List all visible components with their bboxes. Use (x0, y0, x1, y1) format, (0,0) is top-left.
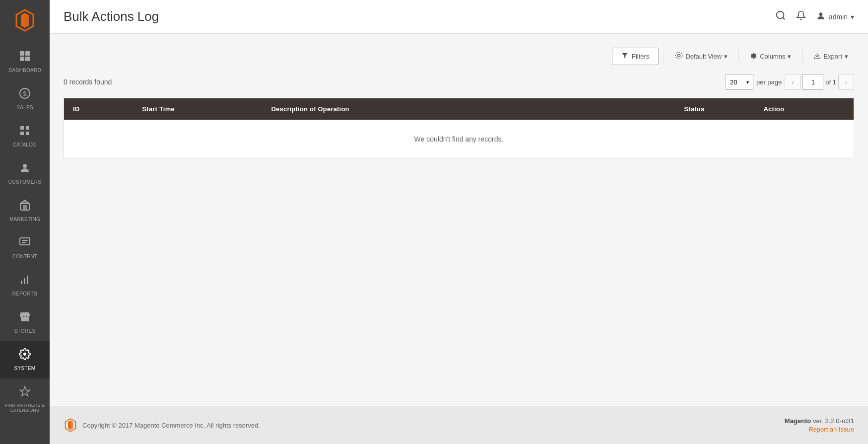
svg-marker-25 (68, 421, 70, 430)
column-start-time: Start Time (134, 98, 263, 120)
svg-point-19 (819, 12, 823, 16)
svg-text:$: $ (23, 90, 27, 97)
default-view-button[interactable]: Default View ▾ (669, 48, 734, 65)
report-issue-link[interactable]: Report an Issue (785, 426, 854, 433)
svg-marker-2 (25, 13, 29, 28)
sidebar-item-stores-label: STORES (14, 328, 36, 334)
stores-icon (19, 311, 31, 326)
sidebar-item-marketing[interactable]: MARKETING (0, 192, 50, 229)
next-page-button[interactable]: › (838, 74, 854, 90)
sidebar-item-sales[interactable]: $ SALES (0, 80, 50, 118)
filters-button[interactable]: Filters (612, 48, 659, 65)
next-icon: › (845, 78, 847, 86)
prev-icon: ‹ (792, 78, 794, 86)
find-partners-icon (19, 385, 31, 400)
page-header: Bulk Actions Log admin ▾ (50, 0, 868, 34)
columns-dropdown-icon: ▾ (788, 53, 791, 60)
view-icon (675, 52, 683, 61)
catalog-icon (19, 125, 31, 140)
sidebar-item-marketing-label: MARKETING (9, 217, 40, 222)
page-input[interactable] (802, 74, 823, 90)
main-area: Bulk Actions Log admin ▾ (50, 0, 868, 444)
svg-rect-11 (20, 238, 30, 245)
search-icon[interactable] (775, 10, 786, 23)
svg-rect-16 (27, 276, 28, 284)
user-dropdown-icon: ▾ (851, 13, 854, 21)
sidebar-item-customers[interactable]: CUSTOMERS (0, 155, 50, 192)
page-of-label: of 1 (825, 78, 836, 86)
per-page-select: 20 ▾ per page (726, 74, 782, 90)
sidebar: DASHBOARD $ SALES CATALOG CUSTOMERS MARK… (0, 0, 50, 444)
prev-page-button[interactable]: ‹ (785, 74, 801, 90)
toolbar-separator (664, 51, 664, 63)
export-dropdown-icon: ▾ (845, 53, 848, 60)
footer-version: Magento ver. 2.2.0-rc31 Report an Issue (785, 417, 854, 433)
export-button[interactable]: Export ▾ (807, 49, 854, 65)
records-bar: 0 records found 20 ▾ per page ‹ of (64, 74, 854, 90)
columns-label: Columns (760, 53, 785, 60)
sidebar-item-content-label: CONTENT (12, 254, 37, 260)
sidebar-item-dashboard[interactable]: DASHBOARD (0, 43, 50, 80)
svg-point-9 (23, 164, 27, 168)
svg-rect-4 (25, 51, 30, 56)
svg-line-18 (783, 17, 785, 19)
svg-point-21 (676, 52, 682, 59)
per-page-input[interactable]: 20 ▾ (726, 74, 753, 90)
table-header: ID Start Time Description of Operation S… (64, 98, 854, 120)
column-action: Action (755, 98, 854, 120)
footer-logo-icon (64, 418, 77, 432)
toolbar: Filters Default View ▾ Columns ▾ (64, 48, 854, 65)
sidebar-logo (0, 0, 50, 41)
column-description: Description of Operation (263, 98, 675, 120)
user-name: admin (829, 13, 848, 21)
column-id: ID (64, 98, 134, 120)
footer-copyright: Copyright © 2017 Magento Commerce Inc. A… (64, 418, 260, 432)
svg-marker-1 (21, 13, 25, 28)
page-nav: ‹ of 1 › (785, 74, 854, 90)
sidebar-item-catalog[interactable]: CATALOG (0, 118, 50, 155)
toolbar-separator2 (738, 51, 739, 63)
svg-point-10 (22, 201, 27, 204)
sidebar-item-sales-label: SALES (16, 105, 33, 111)
customers-icon (19, 162, 31, 177)
sidebar-item-content[interactable]: CONTENT (0, 229, 50, 267)
records-count: 0 records found (64, 78, 112, 86)
page-content: Filters Default View ▾ Columns ▾ (50, 34, 868, 406)
empty-message: We couldn't find any records. (64, 120, 854, 158)
sidebar-item-system[interactable]: SYSTEM (0, 341, 50, 378)
svg-rect-5 (20, 57, 24, 61)
pagination: 20 ▾ per page ‹ of 1 › (726, 74, 854, 90)
svg-point-22 (753, 55, 755, 57)
notifications-icon[interactable] (796, 10, 806, 23)
user-menu[interactable]: admin ▾ (816, 11, 854, 22)
svg-rect-3 (20, 51, 24, 56)
svg-rect-15 (24, 278, 25, 284)
reports-icon (19, 274, 31, 289)
per-page-arrow: ▾ (746, 79, 749, 85)
view-label: Default View (685, 53, 722, 60)
column-status: Status (675, 98, 755, 120)
sidebar-item-reports[interactable]: REPORTS (0, 267, 50, 304)
marketing-icon (19, 199, 31, 214)
system-icon (19, 348, 31, 363)
data-table: ID Start Time Description of Operation S… (64, 98, 854, 158)
svg-rect-14 (21, 281, 22, 284)
content-icon (19, 236, 31, 251)
svg-point-17 (777, 11, 784, 19)
magento-logo-icon (13, 9, 36, 32)
table-header-row: ID Start Time Description of Operation S… (64, 98, 854, 120)
page-title: Bulk Actions Log (64, 9, 159, 24)
sidebar-item-stores[interactable]: STORES (0, 304, 50, 341)
sidebar-item-find-partners[interactable]: FIND PARTNERS & EXTENSIONS (0, 378, 50, 420)
page-footer: Copyright © 2017 Magento Commerce Inc. A… (50, 406, 868, 444)
sidebar-item-reports-label: REPORTS (12, 291, 37, 297)
svg-rect-12 (22, 240, 28, 241)
svg-point-20 (678, 54, 680, 57)
svg-rect-6 (25, 57, 30, 61)
per-page-label: per page (756, 78, 782, 86)
filter-label: Filters (632, 53, 649, 60)
svg-marker-26 (70, 421, 73, 430)
dashboard-icon (19, 50, 31, 65)
columns-button[interactable]: Columns ▾ (744, 49, 797, 65)
magento-label: Magento (785, 417, 811, 425)
